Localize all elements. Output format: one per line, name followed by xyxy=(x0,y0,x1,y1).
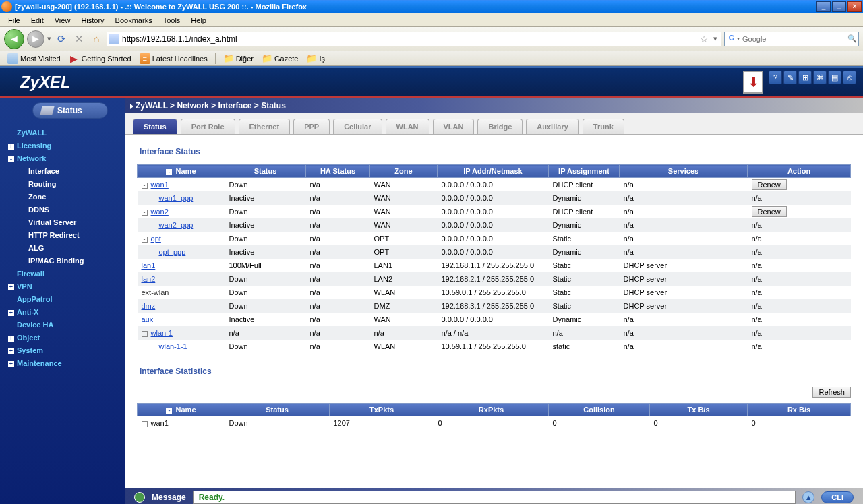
refresh-button[interactable]: Refresh xyxy=(812,387,851,398)
bookmark-gazete[interactable]: 📁Gazete xyxy=(258,52,301,65)
table-row: wan2_pppInactiven/aWAN0.0.0.0 / 0.0.0.0D… xyxy=(138,218,851,232)
tab-ppp[interactable]: PPP xyxy=(293,119,330,134)
console-icon[interactable]: ⌘ xyxy=(813,71,827,84)
collapse-icon[interactable]: ▲ xyxy=(802,491,814,503)
expand-icon[interactable]: - xyxy=(142,237,148,243)
google-icon[interactable]: G xyxy=(726,34,737,44)
expand-icon[interactable]: - xyxy=(142,210,148,216)
status-ok-icon xyxy=(134,492,145,503)
renew-button[interactable]: Renew xyxy=(752,179,787,190)
expand-icon[interactable]: + xyxy=(8,336,14,342)
interface-link[interactable]: wan2_ppp xyxy=(159,221,194,229)
sidebar-item-interface[interactable]: Interface xyxy=(3,165,125,178)
bookmark-star-icon[interactable]: ☆ xyxy=(697,34,711,44)
cli-button[interactable]: CLI xyxy=(821,491,854,503)
sidebar-item-maintenance[interactable]: +Maintenance xyxy=(3,357,125,370)
bookmark-most-visited[interactable]: Most Visited xyxy=(4,52,64,65)
bookmark-i̇ş[interactable]: 📁İş xyxy=(303,52,328,65)
url-input[interactable] xyxy=(119,34,697,44)
interface-link[interactable]: wlan-1 xyxy=(151,329,173,337)
sidebar-item-zone[interactable]: Zone xyxy=(3,191,125,203)
sidebar-item-routing[interactable]: Routing xyxy=(3,178,125,191)
menu-edit[interactable]: Edit xyxy=(26,15,49,26)
stop-button[interactable]: ✕ xyxy=(71,32,86,46)
sidebar-item-ddns[interactable]: DDNS xyxy=(3,203,125,216)
interface-link[interactable]: wan1 xyxy=(151,181,169,189)
expand-icon[interactable]: + xyxy=(8,348,14,354)
menu-file[interactable]: File xyxy=(3,15,26,26)
sidebar-item-virtual-server[interactable]: Virtual Server xyxy=(3,216,125,229)
reference-icon[interactable]: ▤ xyxy=(828,71,841,84)
interface-link[interactable]: opt_ppp xyxy=(159,248,186,256)
tab-trunk[interactable]: Trunk xyxy=(583,119,624,134)
tab-port-role[interactable]: Port Role xyxy=(181,119,235,134)
interface-link[interactable]: lan1 xyxy=(142,261,156,270)
sidebar-item-object[interactable]: +Object xyxy=(3,332,125,344)
back-button[interactable]: ◄ xyxy=(4,29,24,49)
bookmark-getting-started[interactable]: ▶Getting Started xyxy=(65,52,135,65)
help-icon[interactable]: ? xyxy=(769,71,782,84)
sidebar-item-device-ha[interactable]: Device HA xyxy=(3,319,125,332)
maximize-button[interactable]: □ xyxy=(832,1,846,12)
sidebar-item-system[interactable]: +System xyxy=(3,344,125,357)
forward-button[interactable]: ► xyxy=(27,30,44,48)
bookmark-diğer[interactable]: 📁Diğer xyxy=(220,52,257,65)
bookmark-latest-headlines[interactable]: ≡Latest Headlines xyxy=(136,52,211,65)
sidebar-item-firewall[interactable]: Firewall xyxy=(3,267,125,280)
minimize-button[interactable]: _ xyxy=(816,1,831,12)
sidebar-item-apppatrol[interactable]: AppPatrol xyxy=(3,293,125,306)
interface-link[interactable]: lan2 xyxy=(142,275,156,283)
interface-link[interactable]: dmz xyxy=(142,302,156,310)
sidebar-item-alg[interactable]: ALG xyxy=(3,242,125,255)
sidebar-item-network[interactable]: -Network xyxy=(3,152,125,165)
menu-tools[interactable]: Tools xyxy=(158,15,186,26)
reload-button[interactable]: ⟳ xyxy=(54,32,69,46)
menu-bookmarks[interactable]: Bookmarks xyxy=(110,15,158,26)
sitemap-icon[interactable]: ⊞ xyxy=(798,71,812,84)
sidebar-item-http-redirect[interactable]: HTTP Redirect xyxy=(3,229,125,242)
logout-icon[interactable]: ⎋ xyxy=(843,71,856,84)
table-row: - wan1Downn/aWAN0.0.0.0 / 0.0.0.0DHCP cl… xyxy=(138,178,851,192)
expand-icon[interactable]: - xyxy=(142,183,148,189)
sidebar-item-zywall[interactable]: ZyWALL xyxy=(3,127,125,139)
expand-icon[interactable]: + xyxy=(8,361,14,367)
download-icon[interactable]: ⬇ xyxy=(743,71,763,94)
menu-help[interactable]: Help xyxy=(185,15,212,26)
sidebar-item-anti-x[interactable]: +Anti-X xyxy=(3,306,125,319)
expand-icon[interactable]: + xyxy=(8,144,14,150)
tab-bridge[interactable]: Bridge xyxy=(477,119,523,134)
tab-auxiliary[interactable]: Auxiliary xyxy=(526,119,578,134)
menubar: FileEditViewHistoryBookmarksToolsHelp xyxy=(0,13,863,27)
tool-icon[interactable]: ✎ xyxy=(783,71,797,84)
interface-link[interactable]: opt xyxy=(151,234,161,243)
interface-link[interactable]: wan1_ppp xyxy=(159,194,194,202)
tab-cellular[interactable]: Cellular xyxy=(333,119,382,134)
status-button[interactable]: Status xyxy=(32,102,108,119)
expand-icon[interactable]: + xyxy=(8,284,14,290)
menu-history[interactable]: History xyxy=(76,15,109,26)
expand-icon[interactable]: - xyxy=(8,156,14,162)
renew-button[interactable]: Renew xyxy=(752,206,787,217)
sidebar-item-vpn[interactable]: +VPN xyxy=(3,280,125,293)
menu-view[interactable]: View xyxy=(49,15,76,26)
tab-status[interactable]: Status xyxy=(133,119,177,134)
folder-icon: 📁 xyxy=(223,53,234,64)
sidebar-item-ip-mac-binding[interactable]: IP/MAC Binding xyxy=(3,255,125,267)
expand-icon[interactable]: - xyxy=(142,421,148,427)
col-header: IP Assignment xyxy=(549,165,620,178)
table-row: lan1100M/Fulln/aLAN1192.168.1.1 / 255.25… xyxy=(138,259,851,272)
url-dropdown-icon[interactable]: ▾ xyxy=(711,34,719,43)
interface-link[interactable]: wan2 xyxy=(151,208,169,216)
close-button[interactable]: × xyxy=(847,1,862,12)
expand-icon[interactable]: + xyxy=(8,310,14,316)
expand-icon[interactable]: - xyxy=(142,331,148,337)
tab-ethernet[interactable]: Ethernet xyxy=(239,119,291,134)
tab-wlan[interactable]: WLAN xyxy=(386,119,429,134)
sidebar-item-licensing[interactable]: +Licensing xyxy=(3,139,125,152)
search-input[interactable] xyxy=(740,35,847,43)
home-button[interactable]: ⌂ xyxy=(89,32,104,46)
tab-vlan[interactable]: VLAN xyxy=(433,119,475,134)
interface-link[interactable]: aux xyxy=(142,315,154,323)
search-go-icon[interactable]: 🔍 xyxy=(847,34,857,43)
interface-link[interactable]: wlan-1-1 xyxy=(159,342,187,350)
